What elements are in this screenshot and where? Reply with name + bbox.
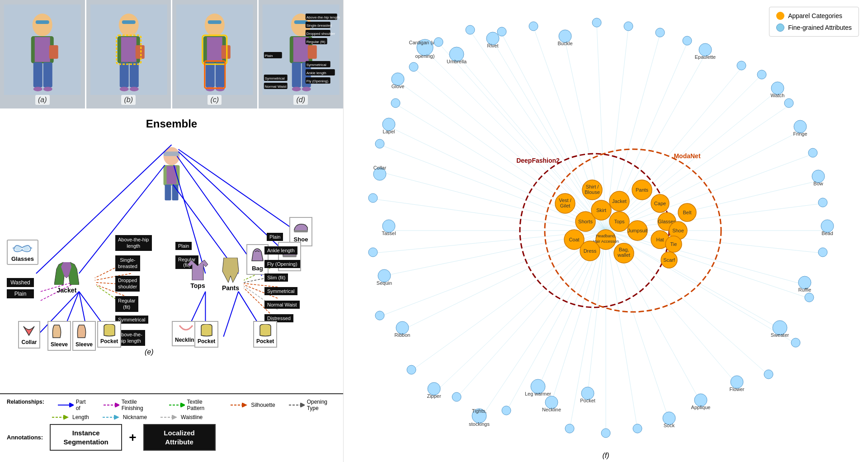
silhouette-line — [231, 403, 249, 407]
diagram-area: Ensemble — [0, 108, 343, 393]
node-extra-5 — [656, 28, 665, 37]
legend-nickname: Nickname — [103, 414, 147, 420]
svg-text:Zipper: Zipper — [427, 393, 441, 399]
fly-opening-attr: Fly (Opening) — [264, 260, 300, 268]
node-extra-23 — [368, 248, 377, 257]
node-extra-10 — [808, 148, 817, 157]
legend-silhouette: Silhouette — [231, 399, 275, 411]
normal-waist-attr: Normal Waist — [264, 301, 300, 309]
photo-b-label: (b) — [121, 95, 136, 105]
svg-text:Bag,: Bag, — [619, 247, 629, 252]
node-extra-20 — [452, 392, 461, 401]
svg-line-69 — [36, 145, 172, 273]
svg-rect-15 — [119, 62, 128, 87]
svg-text:Cape: Cape — [654, 201, 666, 206]
svg-line-135 — [493, 41, 606, 231]
glasses-box: Glasses — [7, 240, 38, 265]
svg-text:Single-breasted: Single-breasted — [306, 24, 331, 28]
regular-fit1-attr: Regular(fit) — [115, 296, 138, 312]
svg-rect-67 — [165, 184, 171, 200]
svg-line-93 — [244, 283, 278, 287]
annotations-label: Annotations: — [7, 434, 43, 441]
svg-text:Umbrella: Umbrella — [447, 59, 467, 64]
svg-line-101 — [30, 248, 32, 248]
svg-text:Flower: Flower — [729, 387, 744, 392]
right-panel: Apparel Categories Fine-grained Attribut… — [344, 0, 868, 462]
node-extra-15 — [764, 370, 773, 379]
pants-label: Pants — [222, 284, 239, 292]
node-extra-11 — [818, 198, 827, 207]
node-extra-19 — [502, 406, 511, 415]
node-extra-8 — [757, 70, 766, 79]
pocket2-container: Pocket — [194, 321, 218, 348]
ankle-length-attr: Ankle length — [264, 246, 297, 255]
bag-icon — [250, 247, 265, 263]
photos-row: (a) (b) — [0, 0, 343, 108]
legend-area: Relationships: Part of Textile Fini — [0, 393, 343, 462]
svg-line-116 — [606, 131, 800, 231]
legend-textile-pattern: Textile Pattern — [169, 399, 217, 411]
svg-text:Pocket: Pocket — [580, 398, 595, 403]
svg-line-139 — [597, 25, 606, 231]
slim-fit-label: Slim (fit) — [267, 275, 285, 280]
pocket2-icon — [200, 324, 213, 337]
node-extra-4 — [624, 22, 633, 31]
svg-text:Watch: Watch — [771, 93, 785, 98]
svg-line-123 — [606, 231, 669, 420]
svg-text:Collar: Collar — [373, 165, 387, 170]
textile-pattern-line — [169, 403, 185, 407]
svg-text:Tassel: Tassel — [382, 231, 396, 236]
part-of-line — [58, 403, 74, 407]
photo-d: Above-the-hip length Single-breasted Dro… — [259, 0, 344, 108]
photo-b: (b) — [86, 0, 173, 108]
pocket3-container: Pocket — [253, 321, 277, 348]
svg-rect-28 — [222, 45, 231, 59]
svg-text:stockings: stockings — [469, 421, 490, 427]
sleeve1-icon — [52, 324, 66, 340]
glasses-label: Glasses — [11, 255, 34, 262]
svg-rect-64 — [164, 151, 180, 156]
sleeve2-icon — [77, 324, 91, 340]
svg-text:Bead: Bead — [821, 231, 833, 236]
svg-rect-27 — [216, 62, 225, 87]
normal-waist-label: Normal Waist — [267, 302, 297, 307]
dropped-shoulder-label: Droppedshoulder — [118, 278, 137, 289]
part-of-label: Part of — [76, 399, 90, 411]
svg-line-162 — [396, 104, 606, 231]
svg-text:Fringe: Fringe — [793, 131, 807, 137]
svg-text:Coat: Coat — [569, 237, 579, 242]
legend-textile-finishing: Textile Finishing — [104, 399, 156, 411]
person-c-svg — [172, 5, 257, 95]
opening-type-line — [289, 403, 305, 407]
svg-rect-66 — [167, 166, 177, 184]
node-extra-18 — [565, 424, 574, 433]
distressed-label: Distressed — [267, 316, 291, 321]
textile-pattern-label: Textile Pattern — [187, 399, 217, 411]
node-extra-22 — [375, 311, 384, 320]
pocket2-label: Pocket — [198, 338, 215, 344]
sleeve1-label: Sleeve — [51, 341, 68, 348]
svg-rect-5 — [33, 62, 42, 87]
svg-rect-103 — [283, 255, 297, 257]
svg-line-145 — [606, 104, 791, 231]
svg-text:Tights,: Tights, — [472, 408, 487, 414]
svg-text:Applique: Applique — [691, 405, 711, 410]
pocket1-container: Pocket — [97, 321, 121, 348]
svg-rect-26 — [206, 62, 215, 87]
modanet-label: ModaNet — [674, 152, 700, 160]
node-extra-2 — [529, 22, 538, 31]
pocket3-icon — [259, 324, 272, 337]
svg-text:Gilet: Gilet — [560, 203, 571, 208]
legend-part-of: Part of — [58, 399, 90, 411]
svg-text:Headband,: Headband, — [596, 234, 616, 238]
svg-point-99 — [23, 246, 29, 251]
svg-text:Bow: Bow — [813, 181, 823, 186]
localized-attr-line1: Localized — [164, 429, 194, 437]
plain3-label: Plain — [269, 234, 280, 240]
photo-c: (c) — [172, 0, 259, 108]
photo-c-label: (c) — [208, 95, 222, 105]
svg-text:Belt: Belt — [683, 210, 692, 215]
svg-text:Dress: Dress — [584, 248, 597, 254]
svg-rect-7 — [49, 45, 58, 59]
svg-point-19 — [129, 87, 138, 91]
